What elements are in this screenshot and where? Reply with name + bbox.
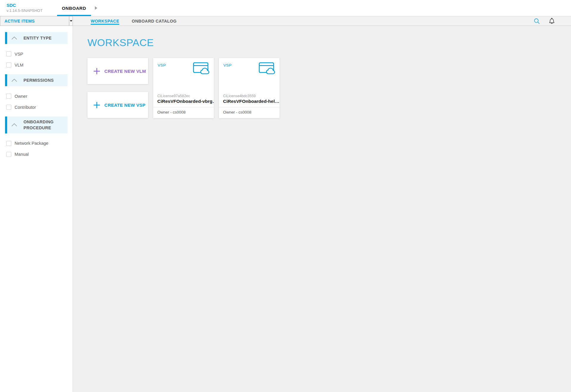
- tab-workspace[interactable]: WORKSPACE: [91, 16, 119, 26]
- filter-option-label: Network Package: [15, 141, 48, 146]
- page-title: WORKSPACE: [87, 37, 571, 48]
- vsp-software-product-icon: [259, 62, 276, 75]
- caret-down-icon: [70, 20, 72, 22]
- card-type-label: VSP: [158, 62, 166, 67]
- nav-expand-arrow[interactable]: [95, 0, 97, 16]
- checkbox-vlm[interactable]: [6, 62, 11, 67]
- checkbox-contributor[interactable]: [6, 105, 11, 110]
- search-icon: [534, 18, 540, 24]
- active-items-select[interactable]: ACTIVE ITEMS: [0, 16, 73, 26]
- card-owner: Owner - cs0008: [219, 107, 280, 118]
- filter-option-label: Owner: [15, 94, 27, 99]
- subheader: ACTIVE ITEMS WORKSPACE ONBOARD CATALOG: [0, 16, 571, 26]
- vsp-card-2[interactable]: VSP CiLicense4bdc3559 CiResVFOnboarded-h…: [219, 58, 280, 118]
- cards-row: CREATE NEW VLM CREATE NEW VSP VSP: [87, 58, 571, 118]
- plus-icon: [93, 67, 101, 75]
- filter-option-label: VLM: [15, 63, 23, 67]
- select-dropdown-strip[interactable]: [69, 16, 73, 26]
- tab-workspace-label: WORKSPACE: [91, 19, 119, 23]
- filter-option-label: Manual: [15, 152, 29, 157]
- card-head: VSP: [219, 58, 280, 75]
- catalog-toolbar: WORKSPACE ONBOARD CATALOG: [73, 16, 571, 26]
- card-footer: CiLicense4bdc3559 CiResVFOnboarded-hel… …: [219, 94, 280, 118]
- create-buttons-column: CREATE NEW VLM CREATE NEW VSP: [87, 58, 148, 118]
- app-version: v.1.14.5-SNAPSHOT: [7, 8, 51, 13]
- filter-section-title: ONBOARDING PROCEDURE: [23, 119, 59, 131]
- filter-items: Network Package Manual: [5, 133, 68, 161]
- app-title: SDC: [7, 3, 51, 8]
- filter-option-owner[interactable]: Owner: [6, 94, 68, 99]
- card-license-id: CiLicense4bdc3559: [219, 94, 280, 98]
- tab-onboard-catalog-label: ONBOARD CATALOG: [132, 19, 177, 23]
- plus-icon: [93, 101, 101, 109]
- checkbox-manual[interactable]: [6, 152, 11, 157]
- notifications-button[interactable]: [548, 16, 556, 26]
- checkbox-owner[interactable]: [6, 94, 11, 99]
- chevron-up-icon: [11, 123, 17, 127]
- filter-section-entity-type: ENTITY TYPE VSP VLM: [5, 32, 68, 72]
- card-type-label: VSP: [223, 62, 232, 67]
- active-tab-underline: [57, 15, 91, 16]
- main-nav: ONBOARD: [57, 0, 97, 16]
- filter-section-title: PERMISSIONS: [23, 77, 54, 83]
- tab-onboard-catalog[interactable]: ONBOARD CATALOG: [132, 16, 177, 26]
- create-new-vlm-button[interactable]: CREATE NEW VLM: [87, 58, 148, 84]
- vsp-software-product-icon: [193, 62, 210, 75]
- card-name: CiResVFOnboarded-vbrg…: [153, 99, 214, 104]
- app-header: SDC v.1.14.5-SNAPSHOT ONBOARD: [0, 0, 571, 16]
- tab-onboard-label: ONBOARD: [62, 6, 86, 11]
- sdc-logo[interactable]: SDC v.1.14.5-SNAPSHOT: [0, 0, 51, 16]
- filter-option-network-package[interactable]: Network Package: [6, 141, 68, 146]
- filter-option-manual[interactable]: Manual: [6, 152, 68, 157]
- workspace-tab-underline: [91, 24, 119, 25]
- filter-option-label: VSP: [15, 52, 23, 56]
- notification-bell-icon: [548, 18, 555, 24]
- card-license-id: CiLicense97a582ec: [153, 94, 214, 98]
- card-footer: CiLicense97a582ec CiResVFOnboarded-vbrg……: [153, 94, 214, 118]
- filter-header-permissions[interactable]: PERMISSIONS: [5, 74, 68, 86]
- filter-section-permissions: PERMISSIONS Owner Contributor: [5, 74, 68, 114]
- card-name: CiResVFOnboarded-hel…: [219, 99, 280, 104]
- filter-sidebar: ENTITY TYPE VSP VLM PERMISSIONS: [0, 26, 73, 392]
- chevron-up-icon: [11, 36, 17, 40]
- filter-items: VSP VLM: [5, 44, 68, 72]
- filter-header-onboarding-procedure[interactable]: ONBOARDING PROCEDURE: [5, 117, 68, 133]
- vsp-card-1[interactable]: VSP CiLicense97a582ec CiResVFOnboarded-v…: [153, 58, 214, 118]
- filter-option-vsp[interactable]: VSP: [6, 51, 68, 56]
- card-head: VSP: [153, 58, 214, 75]
- checkbox-network-package[interactable]: [6, 141, 11, 146]
- checkbox-vsp[interactable]: [6, 51, 11, 56]
- filter-items: Owner Contributor: [5, 86, 68, 114]
- create-new-vsp-button[interactable]: CREATE NEW VSP: [87, 92, 148, 118]
- tab-onboard[interactable]: ONBOARD: [57, 0, 91, 16]
- workspace-main: WORKSPACE CREATE NEW VLM CREATE NEW VSP: [73, 26, 571, 392]
- filter-option-contributor[interactable]: Contributor: [6, 105, 68, 110]
- chevron-right-icon: [95, 6, 97, 10]
- card-owner: Owner - cs0008: [153, 107, 214, 118]
- filter-section-onboarding-procedure: ONBOARDING PROCEDURE Network Package Man…: [5, 117, 68, 161]
- filter-option-label: Contributor: [15, 105, 36, 110]
- active-items-label: ACTIVE ITEMS: [0, 16, 69, 26]
- filter-section-title: ENTITY TYPE: [23, 35, 51, 41]
- filter-header-entity-type[interactable]: ENTITY TYPE: [5, 32, 68, 44]
- toolbar-spacer: [177, 16, 533, 26]
- create-new-vlm-label: CREATE NEW VLM: [104, 69, 146, 74]
- page-body: ENTITY TYPE VSP VLM PERMISSIONS: [0, 26, 571, 392]
- filter-option-vlm[interactable]: VLM: [6, 62, 68, 67]
- create-new-vsp-label: CREATE NEW VSP: [104, 103, 145, 108]
- search-button[interactable]: [533, 16, 541, 26]
- chevron-up-icon: [11, 78, 17, 82]
